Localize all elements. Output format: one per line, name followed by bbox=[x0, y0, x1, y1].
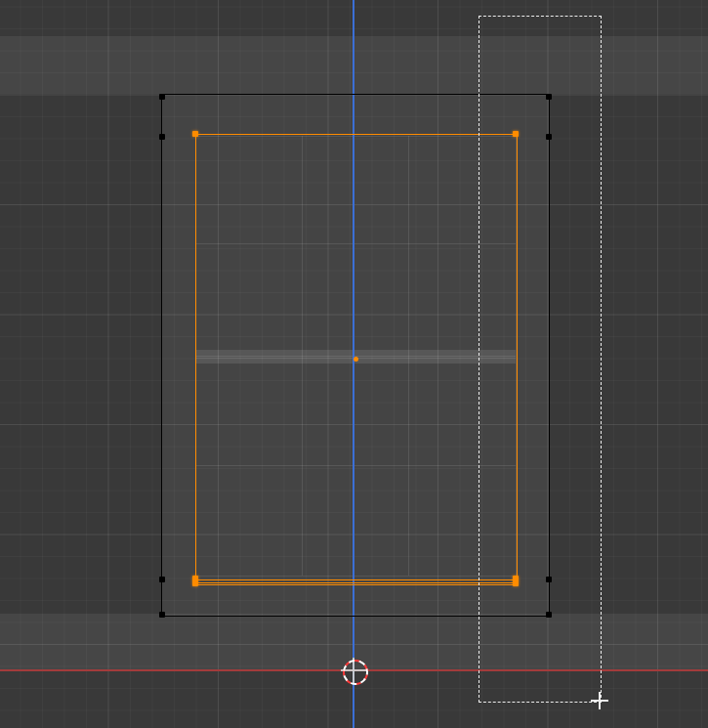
viewport-3d[interactable] bbox=[0, 0, 708, 728]
vertex[interactable] bbox=[192, 580, 198, 586]
vertex[interactable] bbox=[159, 577, 165, 582]
vertex[interactable] bbox=[546, 612, 552, 618]
edge bbox=[195, 243, 516, 244]
vertex[interactable] bbox=[159, 612, 165, 618]
vertex[interactable] bbox=[513, 580, 519, 586]
edge bbox=[195, 576, 516, 577]
axis-x bbox=[0, 669, 708, 671]
vertex[interactable] bbox=[159, 134, 165, 140]
edge bbox=[195, 136, 516, 137]
edge bbox=[516, 136, 517, 576]
vertex[interactable] bbox=[546, 134, 552, 140]
vertex[interactable] bbox=[546, 577, 552, 582]
median-point-icon bbox=[354, 357, 358, 362]
vertex[interactable] bbox=[192, 131, 198, 137]
axis-z bbox=[353, 0, 354, 728]
vertex[interactable] bbox=[546, 94, 552, 100]
edge bbox=[195, 465, 516, 466]
vertex[interactable] bbox=[159, 94, 165, 100]
vertex[interactable] bbox=[513, 131, 519, 137]
